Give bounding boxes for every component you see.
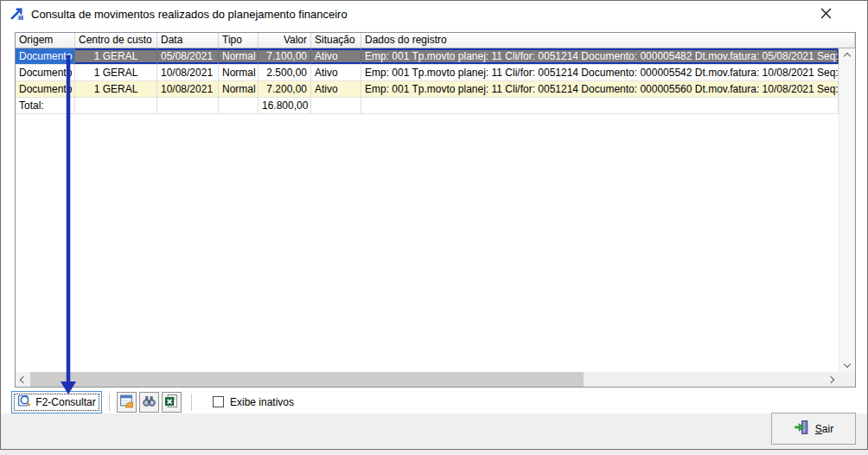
f2-consultar-label: F2-Consultar xyxy=(35,396,95,408)
scroll-left-icon[interactable] xyxy=(20,376,27,383)
cell-dados: Emp: 001 Tp.movto planej: 11 Cli/for: 00… xyxy=(361,48,839,64)
title-bar: Consulta de movimentos realizados do pla… xyxy=(1,1,867,27)
table-row[interactable]: Documento 1 GERAL 10/08/2021 Normal 7.20… xyxy=(16,81,839,98)
window-title: Consulta de movimentos realizados do pla… xyxy=(31,8,348,21)
toolbar-separator xyxy=(109,394,110,411)
cell-tipo: Normal xyxy=(219,65,258,80)
cell-situacao: Ativo xyxy=(311,48,361,64)
dialog-window: Consulta de movimentos realizados do pla… xyxy=(0,0,868,450)
f2-consultar-button[interactable]: F2-Consultar xyxy=(11,391,102,413)
cell-origem: Documento xyxy=(16,81,75,97)
column-header-centro-de-custo[interactable]: Centro de custo xyxy=(75,33,157,48)
total-row: Total: 16.800,00 xyxy=(16,98,839,114)
table-row-selected[interactable]: Documento 1 GERAL 05/08/2021 Normal 7.10… xyxy=(16,48,839,65)
footer-panel: Sair xyxy=(1,413,867,449)
cell-data: 05/08/2021 xyxy=(157,48,219,64)
column-header-situacao[interactable]: Situação xyxy=(311,33,361,48)
search-binoculars-button[interactable] xyxy=(139,392,159,413)
cell-tipo: Normal xyxy=(219,48,258,64)
cell-dados: Emp: 001 Tp.movto planej: 11 Cli/for: 00… xyxy=(361,81,839,97)
scroll-up-icon[interactable] xyxy=(844,53,851,60)
data-grid: Origem Centro de custo Data Tipo Valor S… xyxy=(15,32,856,388)
total-label: Total: xyxy=(16,98,75,113)
form-hand-icon xyxy=(119,394,134,411)
magnifier-icon xyxy=(17,394,31,410)
close-icon xyxy=(820,8,832,22)
close-button[interactable] xyxy=(809,3,842,25)
binoculars-icon xyxy=(142,394,156,411)
cell-tipo: Normal xyxy=(219,81,258,97)
horizontal-scrollbar[interactable] xyxy=(16,372,839,387)
vertical-scrollbar[interactable] xyxy=(839,48,855,372)
column-header-dados-do-registro[interactable]: Dados do registro xyxy=(361,33,855,48)
open-record-button[interactable] xyxy=(117,392,137,413)
exibe-inativos-label: Exibe inativos xyxy=(230,396,294,408)
toolbar: F2-Consultar xyxy=(11,390,294,413)
total-valor: 16.800,00 xyxy=(258,98,311,113)
column-header-tipo[interactable]: Tipo xyxy=(219,33,258,48)
cell-data: 10/08/2021 xyxy=(157,65,219,80)
exit-door-icon xyxy=(794,420,809,438)
column-header-origem[interactable]: Origem xyxy=(16,33,75,48)
column-header-valor[interactable]: Valor xyxy=(258,33,311,48)
sair-label: Sair xyxy=(815,423,833,435)
scroll-right-icon[interactable] xyxy=(827,376,834,383)
table-row[interactable]: Documento 1 GERAL 10/08/2021 Normal 2.50… xyxy=(16,65,839,81)
excel-icon xyxy=(164,394,179,411)
cell-valor: 2.500,00 xyxy=(258,65,311,80)
sair-button[interactable]: Sair xyxy=(771,413,856,445)
cell-dados: Emp: 001 Tp.movto planej: 11 Cli/for: 00… xyxy=(361,65,839,80)
grid-header-row: Origem Centro de custo Data Tipo Valor S… xyxy=(16,33,855,48)
horizontal-scrollbar-thumb[interactable] xyxy=(30,372,584,387)
export-excel-button[interactable] xyxy=(162,392,182,413)
grid-body: Documento 1 GERAL 05/08/2021 Normal 7.10… xyxy=(16,48,839,372)
scrollbar-corner xyxy=(839,372,855,387)
column-header-data[interactable]: Data xyxy=(157,33,219,48)
cell-data: 10/08/2021 xyxy=(157,81,219,97)
cell-valor: 7.100,00 xyxy=(258,48,311,64)
cell-origem: Documento xyxy=(16,48,75,64)
exibe-inativos-checkbox[interactable] xyxy=(213,396,224,407)
cell-centro: 1 GERAL xyxy=(75,65,157,80)
cell-origem: Documento xyxy=(16,65,75,80)
cell-centro: 1 GERAL xyxy=(75,48,157,64)
cell-situacao: Ativo xyxy=(311,81,361,97)
app-icon xyxy=(10,7,24,22)
scroll-down-icon[interactable] xyxy=(844,361,851,368)
toolbar-separator xyxy=(191,394,192,411)
cell-centro: 1 GERAL xyxy=(75,81,157,97)
cell-valor: 7.200,00 xyxy=(258,81,311,97)
cell-situacao: Ativo xyxy=(311,65,361,80)
